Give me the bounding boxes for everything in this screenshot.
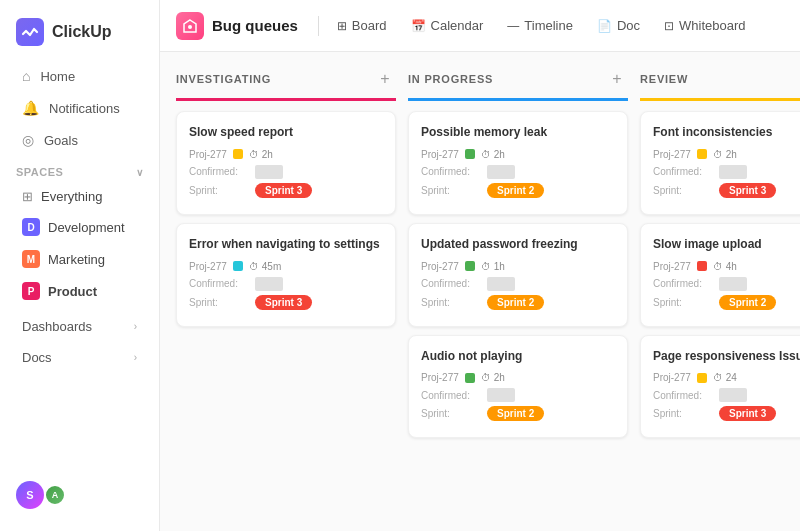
sidebar-item-goals[interactable]: ◎ Goals: [6, 125, 153, 155]
proj-label: Proj-277: [189, 149, 227, 160]
card-sprint-row: Sprint: Sprint 2: [421, 295, 615, 310]
proj-label: Proj-277: [421, 261, 459, 272]
column-in-progress: IN PROGRESS + Possible memory leak Proj-…: [408, 68, 628, 515]
sidebar: ClickUp ⌂ Home 🔔 Notifications ◎ Goals S…: [0, 0, 160, 531]
sidebar-footer: S A: [0, 471, 159, 519]
column-header-investigating: INVESTIGATING +: [176, 68, 396, 101]
column-add-btn-in-progress[interactable]: +: [606, 68, 628, 90]
proj-label: Proj-277: [653, 261, 691, 272]
kanban-card[interactable]: Audio not playing Proj-277 ⏱ 2h Confirme…: [408, 335, 628, 439]
card-confirmed-row: Confirmed:: [653, 277, 800, 291]
column-investigating: INVESTIGATING + Slow speed report Proj-2…: [176, 68, 396, 515]
kanban-card[interactable]: Possible memory leak Proj-277 ⏱ 2h Confi…: [408, 111, 628, 215]
confirmed-box: [487, 165, 515, 179]
confirmed-box: [719, 388, 747, 402]
confirmed-box: [487, 277, 515, 291]
board-tab-icon: ⊞: [337, 19, 347, 33]
card-sprint-row: Sprint: Sprint 3: [189, 295, 383, 310]
nav-divider: [318, 16, 319, 36]
proj-label: Proj-277: [421, 372, 459, 383]
calendar-tab-label: Calendar: [431, 18, 484, 33]
column-header-review: REVIEW +: [640, 68, 800, 101]
column-title-investigating: INVESTIGATING: [176, 73, 271, 85]
doc-tab-label: Doc: [617, 18, 640, 33]
confirmed-label: Confirmed:: [653, 390, 713, 401]
column-title-review: REVIEW: [640, 73, 688, 85]
development-icon: D: [22, 218, 40, 236]
sidebar-item-notifications[interactable]: 🔔 Notifications: [6, 93, 153, 123]
confirmed-label: Confirmed:: [653, 166, 713, 177]
sidebar-item-home[interactable]: ⌂ Home: [6, 61, 153, 91]
sidebar-item-dashboards[interactable]: Dashboards ›: [6, 312, 153, 341]
everything-icon: ⊞: [22, 189, 33, 204]
sidebar-bottom-section: Dashboards › Docs ›: [0, 311, 159, 373]
card-meta: Proj-277 ⏱ 45m: [189, 261, 383, 272]
kanban-card[interactable]: Slow speed report Proj-277 ⏱ 2h Confirme…: [176, 111, 396, 215]
tab-timeline[interactable]: — Timeline: [497, 13, 583, 38]
kanban-card[interactable]: Error when navigating to settings Proj-2…: [176, 223, 396, 327]
sidebar-item-development-label: Development: [48, 220, 125, 235]
sprint-label: Sprint:: [421, 408, 481, 419]
confirmed-label: Confirmed:: [653, 278, 713, 289]
sprint-label: Sprint:: [421, 185, 481, 196]
tab-board[interactable]: ⊞ Board: [327, 13, 397, 38]
flag-icon: [697, 261, 707, 271]
card-confirmed-row: Confirmed:: [421, 388, 615, 402]
kanban-card[interactable]: Slow image upload Proj-277 ⏱ 4h Confirme…: [640, 223, 800, 327]
card-meta: Proj-277 ⏱ 2h: [421, 372, 615, 383]
kanban-card[interactable]: Updated password freezing Proj-277 ⏱ 1h …: [408, 223, 628, 327]
notifications-icon: 🔔: [22, 100, 39, 116]
time-badge: ⏱ 1h: [481, 261, 505, 272]
sidebar-item-product[interactable]: P Product: [6, 276, 153, 306]
confirmed-label: Confirmed:: [189, 166, 249, 177]
flag-icon: [697, 149, 707, 159]
sidebar-item-development[interactable]: D Development: [6, 212, 153, 242]
sidebar-item-goals-label: Goals: [44, 133, 78, 148]
product-icon: P: [22, 282, 40, 300]
tab-whiteboard[interactable]: ⊡ Whiteboard: [654, 13, 755, 38]
user-avatar-secondary[interactable]: A: [44, 484, 66, 506]
confirmed-box: [487, 388, 515, 402]
svg-rect-0: [16, 18, 44, 46]
tab-calendar[interactable]: 📅 Calendar: [401, 13, 494, 38]
tab-doc[interactable]: 📄 Doc: [587, 13, 650, 38]
card-title: Slow image upload: [653, 236, 800, 253]
confirmed-label: Confirmed:: [189, 278, 249, 289]
spaces-collapse-arrow[interactable]: ∨: [136, 167, 144, 178]
sprint-label: Sprint:: [653, 408, 713, 419]
sprint-badge: Sprint 3: [719, 406, 776, 421]
sidebar-item-marketing[interactable]: M Marketing: [6, 244, 153, 274]
column-header-in-progress: IN PROGRESS +: [408, 68, 628, 101]
svg-point-2: [188, 25, 192, 29]
card-title: Font inconsistencies: [653, 124, 800, 141]
clock-icon: ⏱: [249, 149, 259, 160]
sidebar-item-docs[interactable]: Docs ›: [6, 343, 153, 372]
sprint-badge: Sprint 3: [255, 183, 312, 198]
card-sprint-row: Sprint: Sprint 2: [421, 183, 615, 198]
confirmed-box: [719, 277, 747, 291]
dashboards-arrow: ›: [134, 321, 137, 332]
card-sprint-row: Sprint: Sprint 3: [189, 183, 383, 198]
clock-icon: ⏱: [713, 372, 723, 383]
flag-icon: [697, 373, 707, 383]
time-badge: ⏱ 2h: [481, 372, 505, 383]
kanban-card[interactable]: Font inconsistencies Proj-277 ⏱ 2h Confi…: [640, 111, 800, 215]
card-confirmed-row: Confirmed:: [421, 165, 615, 179]
sidebar-item-everything[interactable]: ⊞ Everything: [6, 183, 153, 210]
sprint-label: Sprint:: [421, 297, 481, 308]
kanban-card[interactable]: Page responsiveness Issu Proj-277 ⏱ 24 C…: [640, 335, 800, 439]
confirmed-box: [255, 277, 283, 291]
sprint-badge: Sprint 2: [487, 406, 544, 421]
card-meta: Proj-277 ⏱ 24: [653, 372, 800, 383]
marketing-icon: M: [22, 250, 40, 268]
card-meta: Proj-277 ⏱ 1h: [421, 261, 615, 272]
confirmed-box: [255, 165, 283, 179]
flag-icon: [465, 373, 475, 383]
board-tab-label: Board: [352, 18, 387, 33]
calendar-tab-icon: 📅: [411, 19, 426, 33]
confirmed-label: Confirmed:: [421, 278, 481, 289]
column-add-btn-investigating[interactable]: +: [374, 68, 396, 90]
sidebar-item-notifications-label: Notifications: [49, 101, 120, 116]
user-avatar[interactable]: S: [16, 481, 44, 509]
sprint-badge: Sprint 2: [487, 183, 544, 198]
